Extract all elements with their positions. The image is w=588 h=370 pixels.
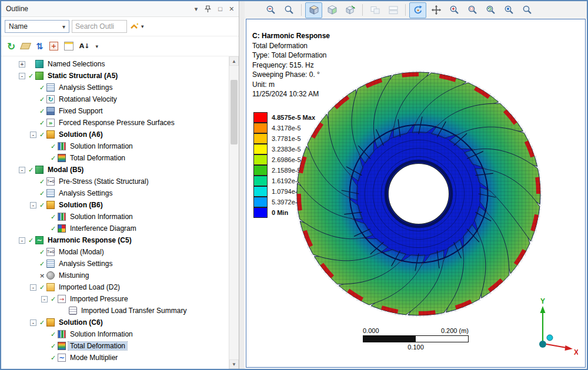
check-icon: ✓ bbox=[27, 72, 35, 80]
tree-item-solution-information-2[interactable]: ✓ Solution Information bbox=[1, 211, 229, 223]
pin-icon[interactable] bbox=[205, 5, 211, 13]
expand-toggle[interactable]: - bbox=[41, 296, 48, 302]
expand-toggle bbox=[41, 226, 48, 232]
chevron-down-icon[interactable]: ▾ bbox=[195, 6, 198, 12]
expand-toggle[interactable]: - bbox=[19, 73, 25, 79]
tree-item-interference-diagram[interactable]: ✓ Interference Diagram bbox=[1, 223, 229, 234]
chevron-down-icon[interactable]: ▾ bbox=[141, 23, 144, 29]
expand-toggle[interactable]: + bbox=[19, 61, 25, 68]
pan-button[interactable] bbox=[427, 2, 445, 18]
zoom-out-button[interactable] bbox=[262, 2, 279, 18]
check-icon: ✓ bbox=[49, 225, 57, 233]
tree-item-total-deformation[interactable]: ✓ Total Deformation bbox=[1, 152, 229, 164]
tree-item-total-deformation-selected[interactable]: ✓ Total Deformation bbox=[1, 340, 229, 352]
expand-toggle[interactable]: - bbox=[30, 202, 36, 208]
graphics-viewport[interactable]: C: Harmonic Response Total Deformation T… bbox=[246, 19, 586, 368]
tree-item-label: Solution (C6) bbox=[57, 318, 105, 327]
tree-item-pre-stress[interactable]: ✓ Pre-Stress (Static Structural) bbox=[1, 176, 229, 187]
tree-item-forced-response-pressure-surfaces[interactable]: ✓ Forced Response Pressure Surfaces bbox=[1, 117, 229, 129]
scroll-track[interactable] bbox=[229, 66, 239, 359]
tree-scrollbar[interactable]: ▲ ▼ bbox=[229, 56, 239, 369]
expand-toggle[interactable]: - bbox=[19, 167, 25, 173]
tree-item-rotational-velocity[interactable]: ✓ Rotational Velocity bbox=[1, 93, 229, 105]
chevron-down-icon[interactable]: ▾ bbox=[96, 43, 99, 49]
tree-item-label: Solution Information bbox=[68, 213, 135, 221]
expand-toggle[interactable]: - bbox=[30, 132, 36, 138]
zoom-fit-button[interactable] bbox=[482, 2, 499, 18]
tree-item-label: Imported Pressure bbox=[68, 295, 130, 303]
y-axis-label[interactable]: Y bbox=[540, 297, 545, 305]
scope-chevron-icon[interactable] bbox=[129, 22, 139, 31]
expand-toggle[interactable]: - bbox=[30, 284, 36, 291]
expand-toggle bbox=[30, 120, 36, 126]
scroll-thumb[interactable] bbox=[230, 80, 238, 144]
check-icon: ✓ bbox=[38, 260, 46, 268]
orientation-triad[interactable]: Y X bbox=[525, 297, 578, 356]
split-horizontal-button[interactable] bbox=[366, 2, 383, 18]
legend-chip bbox=[253, 123, 268, 133]
maximize-icon[interactable]: □ bbox=[218, 6, 222, 12]
look-at-button[interactable] bbox=[323, 2, 340, 18]
tree-item-label: Total Deformation bbox=[68, 342, 127, 350]
tag-icon[interactable] bbox=[20, 43, 31, 49]
tree-item-analysis-settings-2[interactable]: ✓ Analysis Settings bbox=[1, 187, 229, 199]
close-icon[interactable]: × bbox=[229, 5, 234, 13]
check-icon: ✓ bbox=[38, 107, 46, 115]
solution-icon bbox=[46, 201, 55, 209]
rotate-button[interactable] bbox=[409, 2, 426, 18]
expand-toggle[interactable]: - bbox=[30, 319, 36, 326]
zoom-all-button[interactable] bbox=[500, 2, 517, 18]
scale-mid-label: 0.100 bbox=[363, 344, 469, 351]
tree-item-named-selections[interactable]: + Named Selections bbox=[1, 58, 229, 70]
tree-item-imported-load-transfer-summary[interactable]: Imported Load Transfer Summary bbox=[1, 305, 229, 317]
expand-toggle bbox=[30, 249, 36, 255]
rotational-velocity-icon bbox=[46, 95, 55, 103]
tree-item-solution-information[interactable]: ✓ Solution Information bbox=[1, 140, 229, 152]
tree-item-solution-information-3[interactable]: ✓ Solution Information bbox=[1, 328, 229, 340]
zoom-in-button[interactable] bbox=[280, 2, 298, 18]
tree-item-solution-a6[interactable]: - ✓ Solution (A6) bbox=[1, 129, 229, 140]
tree-item-static-structural-a5[interactable]: - ✓ Static Structural (A5) bbox=[1, 70, 229, 82]
pane-title: Outline bbox=[6, 5, 188, 13]
tree-item-label: Analysis Settings bbox=[57, 260, 114, 268]
split-vertical-button[interactable] bbox=[385, 2, 402, 18]
refresh-icon[interactable]: ↻ bbox=[7, 41, 15, 52]
iso-view-button[interactable] bbox=[305, 2, 322, 18]
tree-item-imported-pressure[interactable]: - ✓ Imported Pressure bbox=[1, 293, 229, 305]
view-manager-button[interactable] bbox=[342, 2, 359, 18]
box-zoom-button[interactable] bbox=[464, 2, 481, 18]
tree-item-mode-multiplier[interactable]: ✓ Mode Multiplier bbox=[1, 352, 229, 364]
name-filter-dropdown[interactable]: Name ▾ bbox=[5, 20, 69, 33]
solution-information-icon bbox=[58, 330, 66, 338]
tree-item-solution-b6[interactable]: - ✓ Solution (B6) bbox=[1, 199, 229, 211]
tree-item-solution-c6[interactable]: - ✓ Solution (C6) bbox=[1, 317, 229, 328]
tree-item-label: Total Deformation bbox=[68, 154, 127, 162]
expand-toggle bbox=[30, 190, 36, 197]
check-icon: ✓ bbox=[38, 190, 46, 197]
summary-comment-icon bbox=[69, 307, 77, 315]
x-axis-label[interactable]: X bbox=[574, 348, 578, 356]
zoom-button[interactable] bbox=[446, 2, 463, 18]
expand-toggle[interactable]: - bbox=[19, 237, 25, 244]
outline-filter-row: Name ▾ ▾ bbox=[1, 17, 239, 36]
tree-item-imported-load-d2[interactable]: - ✓ Imported Load (D2) bbox=[1, 281, 229, 293]
magnifier-button[interactable] bbox=[519, 2, 536, 18]
tree-item-modal-b5[interactable]: - ✓ Modal (B5) bbox=[1, 164, 229, 176]
tree-item-modal-modal[interactable]: ✓ Modal (Modal) bbox=[1, 246, 229, 258]
tree-item-mistuning[interactable]: × Mistuning bbox=[1, 270, 229, 281]
search-input[interactable] bbox=[72, 20, 127, 33]
worksheet-icon[interactable] bbox=[64, 42, 74, 51]
tree-item-fixed-support[interactable]: ✓ Fixed Support bbox=[1, 105, 229, 117]
legend-chip bbox=[253, 165, 268, 176]
scroll-down-arrow[interactable]: ▼ bbox=[229, 359, 239, 369]
tree-item-analysis-settings-3[interactable]: ✓ Analysis Settings bbox=[1, 258, 229, 270]
sort-az-icon[interactable]: A↓ bbox=[79, 42, 90, 50]
expand-all-icon[interactable]: + bbox=[49, 42, 58, 51]
tree-item-harmonic-response-c5[interactable]: - ✓ Harmonic Response (C5) bbox=[1, 234, 229, 246]
z-axis-ball[interactable] bbox=[539, 341, 546, 348]
sort-icon[interactable]: ⇅ bbox=[36, 41, 44, 52]
solution-icon bbox=[46, 130, 55, 139]
tree-item-analysis-settings[interactable]: ✓ Analysis Settings bbox=[1, 82, 229, 93]
pane-splitter[interactable] bbox=[239, 1, 245, 369]
scroll-up-arrow[interactable]: ▲ bbox=[229, 56, 239, 66]
